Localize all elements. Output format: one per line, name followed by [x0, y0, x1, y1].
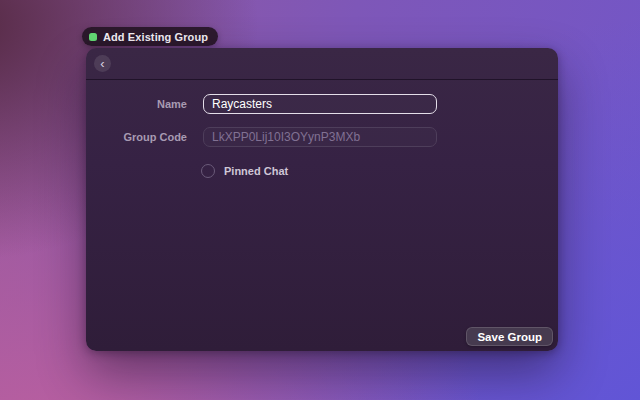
- pinned-chat-checkbox[interactable]: [201, 164, 215, 178]
- save-group-button[interactable]: Save Group: [466, 327, 553, 346]
- window-header: ‹: [86, 48, 558, 80]
- window-title-badge: Add Existing Group: [82, 27, 218, 46]
- name-input[interactable]: [203, 94, 437, 114]
- group-code-input[interactable]: [203, 127, 437, 147]
- group-code-row: Group Code: [86, 127, 558, 147]
- desktop-background: Add Existing Group ‹ Name Group Code Pin…: [0, 0, 640, 400]
- save-group-button-label: Save Group: [477, 331, 542, 343]
- pinned-chat-label: Pinned Chat: [224, 165, 288, 177]
- group-form: Name Group Code Pinned Chat: [86, 80, 558, 178]
- chevron-left-icon: ‹: [100, 56, 104, 71]
- name-row: Name: [86, 94, 558, 114]
- window-title: Add Existing Group: [103, 31, 208, 43]
- group-code-label: Group Code: [86, 131, 187, 143]
- back-button[interactable]: ‹: [94, 55, 111, 72]
- add-existing-group-window: ‹ Name Group Code Pinned Chat Save Group: [86, 48, 558, 351]
- pinned-chat-row: Pinned Chat: [201, 164, 558, 178]
- green-status-dot-icon: [89, 33, 97, 41]
- name-label: Name: [86, 98, 187, 110]
